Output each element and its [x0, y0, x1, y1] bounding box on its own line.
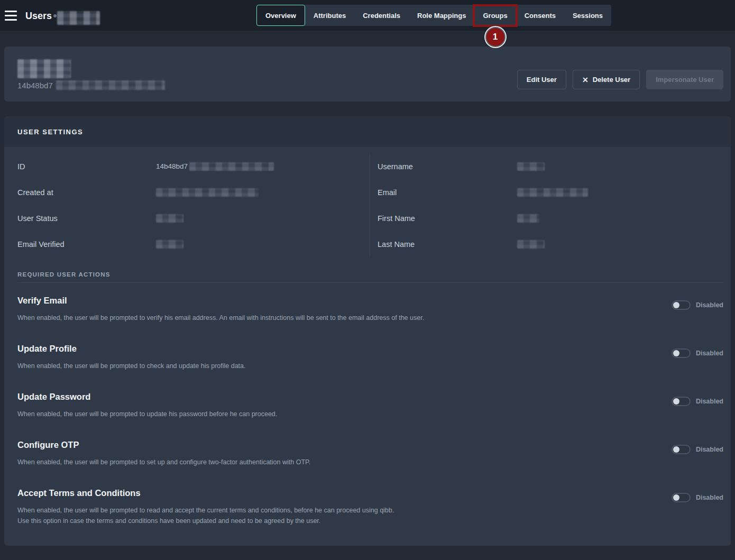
created-at-value-redacted [156, 188, 259, 197]
user-tabs: Overview Attributes Credentials Role Map… [256, 5, 611, 26]
fields-column-right: Username Email First Name Last Name [370, 153, 731, 257]
delete-user-button[interactable]: ✕ Delete User [573, 70, 640, 89]
annotation-step-badge: 1 [486, 28, 504, 46]
top-bar: Users Overview Attributes Credentials Ro… [0, 0, 735, 31]
field-last-name: Last Name [378, 231, 731, 257]
accept-terms-toggle[interactable] [672, 493, 691, 502]
field-username: Username [378, 153, 731, 179]
tab-overview[interactable]: Overview [256, 5, 305, 26]
update-profile-toggle-state: Disabled [696, 350, 723, 357]
field-email-verified: Email Verified [17, 231, 370, 257]
update-password-toggle[interactable] [672, 397, 691, 406]
user-header-card: 14b48bd7 Edit User ✕ Delete User Imperso… [4, 47, 731, 102]
page-title: Users [25, 11, 52, 22]
user-settings-panel: USER SETTINGS ID 14b48bd7 Created at Use… [4, 116, 731, 546]
update-password-toggle-state: Disabled [696, 398, 723, 405]
configure-otp-toggle[interactable] [672, 445, 691, 454]
user-id-line: 14b48bd7 [17, 80, 165, 90]
email-value-redacted [517, 188, 588, 197]
tab-groups[interactable]: Groups [474, 5, 516, 26]
delete-x-icon: ✕ [582, 76, 589, 84]
field-first-name: First Name [378, 205, 731, 231]
accept-terms-toggle-state: Disabled [696, 494, 723, 501]
menu-icon[interactable] [5, 11, 17, 21]
user-id-redacted-suffix [56, 80, 165, 90]
action-configure-otp: Configure OTP When enabled, the user wil… [17, 427, 723, 475]
toggle-knob [673, 350, 679, 356]
last-name-value-redacted [517, 240, 545, 249]
toggle-knob [673, 494, 679, 501]
tab-consents[interactable]: Consents [516, 5, 564, 26]
user-name-redacted [17, 59, 71, 78]
tab-credentials[interactable]: Credentials [354, 5, 409, 26]
required-actions-list: Verify Email When enabled, the user will… [17, 283, 723, 526]
username-value-redacted [517, 162, 545, 171]
action-update-password: Update Password When enabled, the user w… [17, 379, 723, 427]
first-name-value-redacted [517, 214, 539, 223]
tab-attributes[interactable]: Attributes [305, 5, 354, 26]
fields-column-left: ID 14b48bd7 Created at User Status Email… [4, 153, 370, 257]
breadcrumb-redacted-username [57, 11, 100, 25]
action-accept-terms: Accept Terms and Conditions When enabled… [17, 475, 723, 526]
action-update-profile: Update Profile When enabled, the user wi… [17, 331, 723, 379]
user-settings-fields: ID 14b48bd7 Created at User Status Email… [4, 147, 731, 257]
tab-sessions[interactable]: Sessions [564, 5, 611, 26]
id-value-redacted [189, 162, 274, 171]
field-user-status: User Status [17, 205, 370, 231]
edit-user-button[interactable]: Edit User [517, 70, 566, 89]
section-title-user-settings: USER SETTINGS [4, 116, 731, 147]
user-status-value-redacted [156, 214, 183, 223]
toggle-knob [673, 302, 679, 308]
verify-email-toggle-state: Disabled [696, 301, 723, 309]
field-email: Email [378, 179, 731, 205]
configure-otp-toggle-state: Disabled [696, 446, 723, 453]
impersonate-user-button: Impersonate User [646, 70, 723, 89]
field-created-at: Created at [17, 179, 370, 205]
update-profile-toggle[interactable] [672, 348, 691, 358]
section-title-required-user-actions: REQUIRED USER ACTIONS [17, 271, 723, 278]
field-id: ID 14b48bd7 [17, 153, 370, 179]
toggle-knob [673, 446, 679, 453]
email-verified-value-redacted [156, 240, 183, 249]
action-verify-email: Verify Email When enabled, the user will… [17, 283, 723, 331]
user-action-buttons: Edit User ✕ Delete User Impersonate User [517, 70, 723, 89]
toggle-knob [673, 398, 679, 405]
id-value-partial: 14b48bd7 [156, 162, 188, 170]
tab-role-mappings[interactable]: Role Mappings [409, 5, 474, 26]
verify-email-toggle[interactable] [672, 300, 691, 310]
user-id-partial: 14b48bd7 [17, 81, 53, 90]
breadcrumb-separator-dot [53, 14, 57, 17]
